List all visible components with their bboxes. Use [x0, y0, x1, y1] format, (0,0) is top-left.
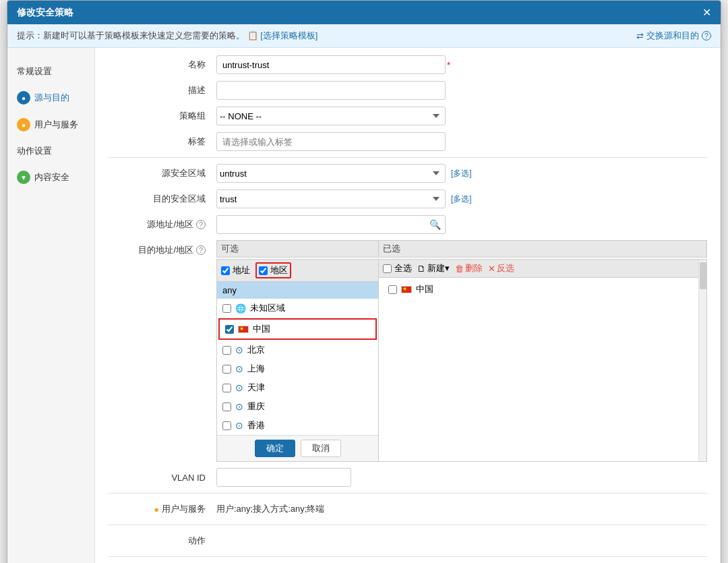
action-section: 动作	[109, 531, 707, 551]
dropdown-cancel-btn[interactable]: 取消	[301, 440, 341, 457]
vlan-label: VLAN ID	[109, 473, 216, 483]
tip-text: 提示：新建时可以基于策略模板来快速定义您需要的策略。 📋 [选择策略模板]	[17, 30, 317, 42]
dropdown-item-chongqing[interactable]: ⊙ 重庆	[217, 397, 378, 416]
circle-icon-beijing: ⊙	[235, 345, 243, 355]
dst-addr-help-icon[interactable]: ?	[196, 245, 206, 255]
selected-china-checkbox[interactable]	[388, 285, 397, 294]
addr-checkbox[interactable]	[221, 266, 230, 275]
dropdown-item-tianjin[interactable]: ⊙ 天津	[217, 378, 378, 397]
chongqing-check[interactable]	[222, 403, 231, 411]
dst-addr-area: 可选 已选	[216, 240, 707, 462]
desc-label: 描述	[109, 84, 216, 96]
globe-icon: 🌐	[235, 303, 246, 314]
dst-zone-label: 目的安全区域	[109, 193, 216, 205]
sidebar-item-source[interactable]: ● 源与目的	[7, 84, 94, 111]
required-star: *	[447, 60, 450, 70]
new-btn-icon: 🗋	[417, 264, 426, 274]
user-row: ● 用户与服务 用户:any;接入方式:any;终端	[109, 499, 707, 519]
available-header: 可选	[216, 240, 378, 258]
selected-china-item[interactable]: 中国	[383, 280, 702, 298]
available-col-header: 地址 地区	[217, 260, 378, 282]
dst-zone-control: trust	[216, 189, 446, 208]
sidebar-user-icon: ●	[17, 118, 30, 131]
name-label: 名称	[109, 59, 216, 71]
src-zone-multi-btn[interactable]: [多选]	[451, 168, 472, 179]
hongkong-check[interactable]	[222, 421, 231, 430]
src-addr-label: 源地址/地区 ?	[109, 218, 216, 231]
policy-group-row: 策略组 -- NONE --	[109, 106, 707, 126]
unknown-check[interactable]	[222, 304, 231, 313]
available-dropdown: any 🌐 未知区域	[217, 282, 378, 461]
user-service-section: ● 用户与服务 用户:any;接入方式:any;终端	[109, 499, 707, 519]
available-col: 地址 地区	[216, 259, 378, 462]
src-addr-control: 🔍	[216, 215, 446, 234]
select-all-label[interactable]: 全选	[383, 262, 412, 274]
region-checkbox[interactable]	[259, 266, 268, 275]
select-all-checkbox[interactable]	[383, 264, 392, 273]
src-addr-row: 源地址/地区 ? 🔍	[109, 214, 707, 235]
addr-checkbox-label[interactable]: 地址	[221, 262, 250, 278]
tip-bar: 提示：新建时可以基于策略模板来快速定义您需要的策略。 📋 [选择策略模板] ⇄ …	[7, 24, 721, 48]
any-label: any	[222, 285, 237, 295]
sidebar-item-user[interactable]: ● 用户与服务	[7, 111, 94, 138]
circle-icon-tianjin: ⊙	[235, 382, 243, 393]
policy-group-select[interactable]: -- NONE --	[216, 107, 446, 125]
dropdown-confirm-btn[interactable]: 确定	[255, 440, 295, 457]
dst-zone-select[interactable]: trust	[216, 189, 446, 208]
dropdown-item-any[interactable]: any	[217, 282, 378, 299]
sidebar-user-label: 用户与服务	[34, 119, 78, 131]
sidebar-item-action[interactable]: 动作设置	[7, 138, 94, 164]
beijing-check[interactable]	[222, 346, 231, 355]
dialog-body: 常规设置 ● 源与目的 ● 用户与服务 动作设置 ▼ 内容安全	[7, 48, 721, 563]
sidebar-item-content[interactable]: ▼ 内容安全	[7, 164, 94, 191]
sidebar-content-label: 内容安全	[34, 171, 69, 183]
divider2	[109, 493, 707, 494]
modify-security-policy-dialog: 修改安全策略 ✕ 提示：新建时可以基于策略模板来快速定义您需要的策略。 📋 [选…	[7, 0, 721, 563]
tags-control	[216, 132, 446, 151]
sidebar-source-label: 源与目的	[34, 92, 69, 104]
name-input[interactable]	[216, 55, 446, 74]
action-label: 动作	[109, 535, 216, 547]
sidebar-item-general[interactable]: 常规设置	[7, 59, 94, 84]
vlan-input[interactable]	[216, 468, 351, 487]
sidebar-content-icon: ▼	[17, 171, 30, 184]
select-template-link[interactable]: 📋 [选择策略模板]	[247, 30, 318, 40]
divider3	[109, 525, 707, 525]
new-btn[interactable]: 🗋 新建▾	[417, 262, 450, 274]
delete-icon: 🗑	[455, 264, 464, 274]
dialog-title: 修改安全策略	[17, 7, 73, 19]
src-zone-control: untrust	[216, 164, 446, 183]
dropdown-item-hongkong[interactable]: ⊙ 香港	[217, 416, 378, 435]
src-addr-help-icon[interactable]: ?	[196, 220, 206, 229]
divider4	[109, 556, 707, 557]
scrollbar-v[interactable]	[698, 260, 706, 461]
dst-zone-multi-btn[interactable]: [多选]	[451, 194, 472, 205]
desc-input[interactable]	[216, 81, 446, 100]
sidebar-source-icon: ●	[17, 91, 30, 105]
src-zone-select[interactable]: untrust	[216, 164, 446, 183]
anti-select-btn[interactable]: ✕ 反选	[488, 262, 514, 274]
circle-icon-chongqing: ⊙	[235, 401, 243, 412]
exchange-btn[interactable]: ⇄ 交换源和目的 ?	[636, 30, 711, 42]
exchange-icon: ⇄	[636, 31, 644, 41]
region-checkbox-label[interactable]: 地区	[255, 262, 291, 278]
china-flag-icon	[238, 326, 249, 333]
dropdown-item-china[interactable]: 中国	[218, 318, 377, 340]
close-button[interactable]: ✕	[702, 6, 711, 19]
tianjin-check[interactable]	[222, 384, 231, 392]
delete-btn[interactable]: 🗑 删除	[455, 262, 483, 274]
shanghai-check[interactable]	[222, 365, 231, 374]
src-addr-search-icon[interactable]: 🔍	[429, 219, 441, 230]
action-row: 动作	[109, 531, 707, 551]
tags-input[interactable]	[216, 132, 446, 151]
china-check[interactable]	[225, 325, 234, 334]
addr-cols-container: 地址 地区	[216, 259, 707, 462]
sidebar: 常规设置 ● 源与目的 ● 用户与服务 动作设置 ▼ 内容安全	[7, 48, 95, 563]
dropdown-item-shanghai[interactable]: ⊙ 上海	[217, 359, 378, 378]
dropdown-item-beijing[interactable]: ⊙ 北京	[217, 340, 378, 359]
tags-row: 标签	[109, 131, 707, 152]
circle-icon-shanghai: ⊙	[235, 363, 243, 374]
policy-group-label: 策略组	[109, 110, 216, 122]
help-circle-icon: ?	[702, 31, 711, 40]
dropdown-item-unknown[interactable]: 🌐 未知区域	[217, 299, 378, 318]
